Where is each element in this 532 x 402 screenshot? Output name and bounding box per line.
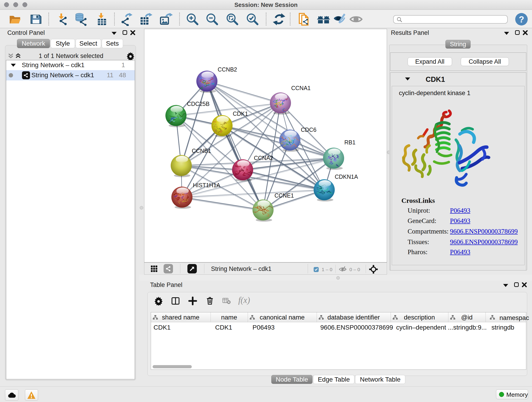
svg-text:?: ? (519, 15, 524, 24)
svg-text:CDK1: CDK1 (233, 110, 248, 117)
svg-text:CCNA1: CCNA1 (291, 85, 311, 91)
svg-text:CCNE1: CCNE1 (274, 192, 294, 199)
svg-text:CDKN1A: CDKN1A (335, 173, 358, 180)
svg-text:HIST1H1A: HIST1H1A (193, 182, 220, 188)
svg-text:CDC6: CDC6 (301, 127, 317, 133)
svg-text:CDC25B: CDC25B (187, 101, 210, 107)
svg-text:CCNB2: CCNB2 (218, 66, 237, 73)
svg-text:CCNA2: CCNA2 (254, 155, 273, 161)
svg-text:RB1: RB1 (344, 139, 355, 146)
svg-text:CCNB1: CCNB1 (192, 148, 211, 154)
